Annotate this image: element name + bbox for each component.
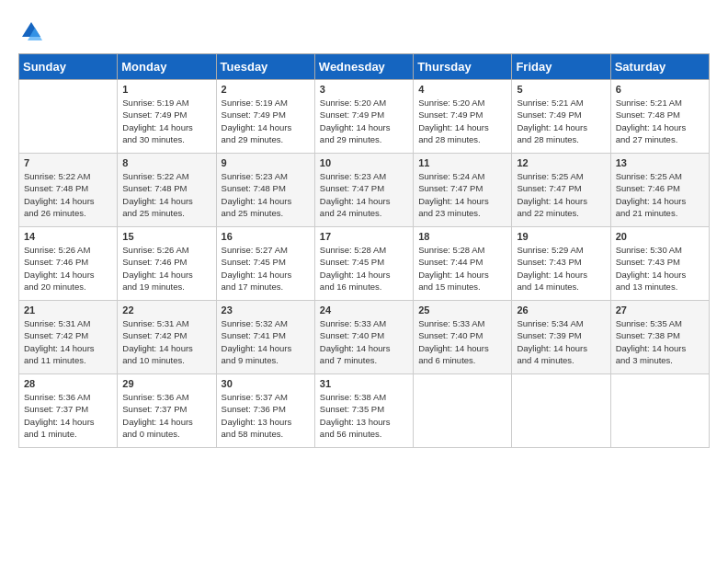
calendar-cell: 2Sunrise: 5:19 AMSunset: 7:49 PMDaylight… [216,80,314,154]
calendar-cell: 19Sunrise: 5:29 AMSunset: 7:43 PMDayligh… [512,227,610,301]
calendar-cell: 1Sunrise: 5:19 AMSunset: 7:49 PMDaylight… [118,80,216,154]
day-number: 16 [222,231,310,242]
day-number: 31 [320,378,408,389]
day-info: Sunrise: 5:38 AMSunset: 7:35 PMDaylight:… [320,391,408,440]
calendar-cell: 7Sunrise: 5:22 AMSunset: 7:48 PMDaylight… [19,154,118,227]
day-number: 3 [320,84,408,95]
day-info: Sunrise: 5:35 AMSunset: 7:38 PMDaylight:… [616,317,704,366]
calendar-cell: 17Sunrise: 5:28 AMSunset: 7:45 PMDayligh… [314,227,413,301]
day-info: Sunrise: 5:19 AMSunset: 7:49 PMDaylight:… [222,97,310,145]
logo-icon [18,18,44,44]
day-number: 30 [222,378,310,389]
day-info: Sunrise: 5:36 AMSunset: 7:37 PMDaylight:… [122,391,210,440]
day-number: 18 [418,231,506,242]
day-info: Sunrise: 5:37 AMSunset: 7:36 PMDaylight:… [222,391,310,440]
day-number: 29 [122,378,210,389]
calendar-header: SundayMondayTuesdayWednesdayThursdayFrid… [19,54,710,80]
day-number: 15 [122,231,210,242]
day-number: 12 [517,157,605,168]
calendar-cell: 24Sunrise: 5:33 AMSunset: 7:40 PMDayligh… [314,301,413,374]
day-number: 27 [616,304,704,316]
calendar-cell: 30Sunrise: 5:37 AMSunset: 7:36 PMDayligh… [216,374,314,448]
day-number: 23 [222,304,310,316]
calendar-cell: 23Sunrise: 5:32 AMSunset: 7:41 PMDayligh… [216,301,314,374]
calendar-cell [512,374,610,448]
calendar-cell: 20Sunrise: 5:30 AMSunset: 7:43 PMDayligh… [610,227,709,301]
calendar-cell: 22Sunrise: 5:31 AMSunset: 7:42 PMDayligh… [118,301,216,374]
day-info: Sunrise: 5:29 AMSunset: 7:43 PMDaylight:… [517,244,605,293]
logo [18,18,48,44]
calendar-cell: 29Sunrise: 5:36 AMSunset: 7:37 PMDayligh… [118,374,216,448]
calendar-cell: 25Sunrise: 5:33 AMSunset: 7:40 PMDayligh… [414,301,512,374]
day-info: Sunrise: 5:33 AMSunset: 7:40 PMDaylight:… [418,317,506,366]
day-number: 14 [24,231,112,242]
day-info: Sunrise: 5:24 AMSunset: 7:47 PMDaylight:… [418,170,506,219]
calendar-cell: 26Sunrise: 5:34 AMSunset: 7:39 PMDayligh… [512,301,610,374]
header-cell-sunday: Sunday [19,54,118,80]
calendar-cell: 5Sunrise: 5:21 AMSunset: 7:49 PMDaylight… [512,80,610,154]
calendar-cell: 16Sunrise: 5:27 AMSunset: 7:45 PMDayligh… [216,227,314,301]
day-number: 24 [320,304,408,316]
day-info: Sunrise: 5:28 AMSunset: 7:45 PMDaylight:… [320,244,408,293]
calendar-cell: 3Sunrise: 5:20 AMSunset: 7:49 PMDaylight… [314,80,413,154]
header-cell-saturday: Saturday [610,54,709,80]
day-number: 1 [122,84,210,95]
calendar-cell: 21Sunrise: 5:31 AMSunset: 7:42 PMDayligh… [19,301,118,374]
calendar-cell: 10Sunrise: 5:23 AMSunset: 7:47 PMDayligh… [314,154,413,227]
week-row-2: 7Sunrise: 5:22 AMSunset: 7:48 PMDaylight… [19,154,710,227]
day-info: Sunrise: 5:28 AMSunset: 7:44 PMDaylight:… [418,244,506,293]
calendar-cell: 18Sunrise: 5:28 AMSunset: 7:44 PMDayligh… [414,227,512,301]
day-info: Sunrise: 5:36 AMSunset: 7:37 PMDaylight:… [24,391,112,440]
calendar-cell: 31Sunrise: 5:38 AMSunset: 7:35 PMDayligh… [314,374,413,448]
day-info: Sunrise: 5:22 AMSunset: 7:48 PMDaylight:… [24,170,112,219]
calendar-cell: 12Sunrise: 5:25 AMSunset: 7:47 PMDayligh… [512,154,610,227]
day-info: Sunrise: 5:23 AMSunset: 7:48 PMDaylight:… [222,170,310,219]
header-cell-monday: Monday [118,54,216,80]
day-number: 7 [24,157,112,168]
day-number: 13 [616,157,704,168]
day-info: Sunrise: 5:20 AMSunset: 7:49 PMDaylight:… [418,97,506,145]
calendar-cell: 13Sunrise: 5:25 AMSunset: 7:46 PMDayligh… [610,154,709,227]
day-info: Sunrise: 5:26 AMSunset: 7:46 PMDaylight:… [24,244,112,293]
calendar-cell: 9Sunrise: 5:23 AMSunset: 7:48 PMDaylight… [216,154,314,227]
day-info: Sunrise: 5:32 AMSunset: 7:41 PMDaylight:… [222,317,310,366]
day-info: Sunrise: 5:21 AMSunset: 7:48 PMDaylight:… [616,97,704,145]
calendar-cell: 6Sunrise: 5:21 AMSunset: 7:48 PMDaylight… [610,80,709,154]
week-row-5: 28Sunrise: 5:36 AMSunset: 7:37 PMDayligh… [19,374,710,448]
day-number: 6 [616,84,704,95]
day-number: 11 [418,157,506,168]
day-info: Sunrise: 5:22 AMSunset: 7:48 PMDaylight:… [122,170,210,219]
day-info: Sunrise: 5:25 AMSunset: 7:46 PMDaylight:… [616,170,704,219]
calendar-cell: 14Sunrise: 5:26 AMSunset: 7:46 PMDayligh… [19,227,118,301]
day-number: 9 [222,157,310,168]
day-info: Sunrise: 5:20 AMSunset: 7:49 PMDaylight:… [320,97,408,145]
header-cell-friday: Friday [512,54,610,80]
day-number: 20 [616,231,704,242]
day-number: 19 [517,231,605,242]
day-info: Sunrise: 5:34 AMSunset: 7:39 PMDaylight:… [517,317,605,366]
calendar-body: 1Sunrise: 5:19 AMSunset: 7:49 PMDaylight… [19,80,710,448]
header-cell-wednesday: Wednesday [314,54,413,80]
header-cell-tuesday: Tuesday [216,54,314,80]
day-number: 4 [418,84,506,95]
day-info: Sunrise: 5:21 AMSunset: 7:49 PMDaylight:… [517,97,605,145]
calendar-cell [19,80,118,154]
calendar-cell: 8Sunrise: 5:22 AMSunset: 7:48 PMDaylight… [118,154,216,227]
day-info: Sunrise: 5:30 AMSunset: 7:43 PMDaylight:… [616,244,704,293]
day-number: 5 [517,84,605,95]
calendar-cell [414,374,512,448]
calendar-cell: 28Sunrise: 5:36 AMSunset: 7:37 PMDayligh… [19,374,118,448]
calendar-table: SundayMondayTuesdayWednesdayThursdayFrid… [18,53,710,448]
calendar-cell: 11Sunrise: 5:24 AMSunset: 7:47 PMDayligh… [414,154,512,227]
day-number: 22 [122,304,210,316]
day-info: Sunrise: 5:27 AMSunset: 7:45 PMDaylight:… [222,244,310,293]
week-row-3: 14Sunrise: 5:26 AMSunset: 7:46 PMDayligh… [19,227,710,301]
day-number: 26 [517,304,605,316]
day-number: 28 [24,378,112,389]
week-row-4: 21Sunrise: 5:31 AMSunset: 7:42 PMDayligh… [19,301,710,374]
day-info: Sunrise: 5:26 AMSunset: 7:46 PMDaylight:… [122,244,210,293]
week-row-1: 1Sunrise: 5:19 AMSunset: 7:49 PMDaylight… [19,80,710,154]
day-info: Sunrise: 5:33 AMSunset: 7:40 PMDaylight:… [320,317,408,366]
calendar-cell: 27Sunrise: 5:35 AMSunset: 7:38 PMDayligh… [610,301,709,374]
day-number: 8 [122,157,210,168]
